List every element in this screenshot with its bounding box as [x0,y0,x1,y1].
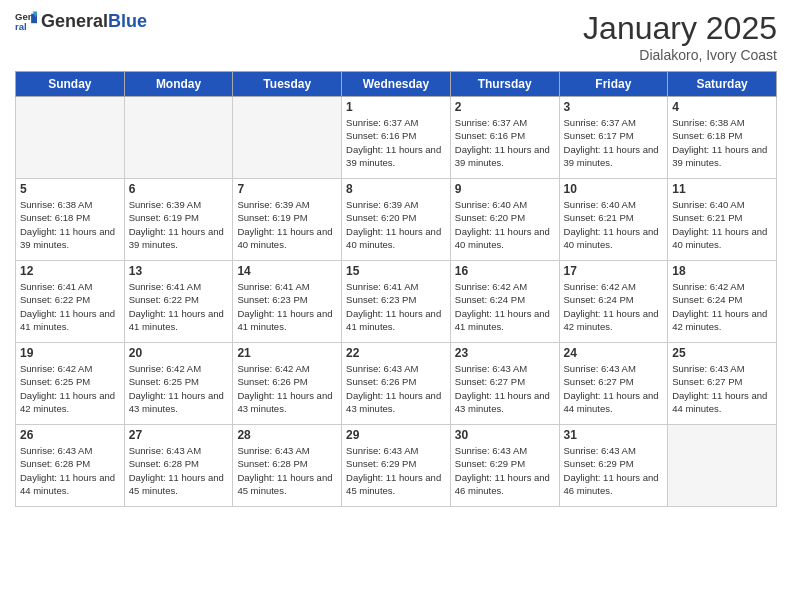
calendar: SundayMondayTuesdayWednesdayThursdayFrid… [15,71,777,507]
calendar-cell: 16Sunrise: 6:42 AM Sunset: 6:24 PM Dayli… [450,261,559,343]
day-info: Sunrise: 6:42 AM Sunset: 6:24 PM Dayligh… [455,280,555,333]
day-number: 16 [455,264,555,278]
day-info: Sunrise: 6:37 AM Sunset: 6:16 PM Dayligh… [346,116,446,169]
day-info: Sunrise: 6:43 AM Sunset: 6:27 PM Dayligh… [455,362,555,415]
calendar-cell: 13Sunrise: 6:41 AM Sunset: 6:22 PM Dayli… [124,261,233,343]
day-of-week-header: Thursday [450,72,559,97]
day-number: 24 [564,346,664,360]
day-info: Sunrise: 6:42 AM Sunset: 6:24 PM Dayligh… [672,280,772,333]
day-number: 6 [129,182,229,196]
day-number: 2 [455,100,555,114]
day-number: 31 [564,428,664,442]
day-info: Sunrise: 6:43 AM Sunset: 6:28 PM Dayligh… [129,444,229,497]
day-number: 13 [129,264,229,278]
day-number: 4 [672,100,772,114]
day-number: 25 [672,346,772,360]
day-info: Sunrise: 6:41 AM Sunset: 6:22 PM Dayligh… [129,280,229,333]
calendar-cell: 1Sunrise: 6:37 AM Sunset: 6:16 PM Daylig… [342,97,451,179]
day-number: 22 [346,346,446,360]
calendar-week-row: 5Sunrise: 6:38 AM Sunset: 6:18 PM Daylig… [16,179,777,261]
calendar-week-row: 26Sunrise: 6:43 AM Sunset: 6:28 PM Dayli… [16,425,777,507]
day-number: 26 [20,428,120,442]
logo-text: GeneralBlue [41,12,147,31]
day-number: 11 [672,182,772,196]
day-of-week-header: Sunday [16,72,125,97]
calendar-header-row: SundayMondayTuesdayWednesdayThursdayFrid… [16,72,777,97]
calendar-cell: 12Sunrise: 6:41 AM Sunset: 6:22 PM Dayli… [16,261,125,343]
day-number: 1 [346,100,446,114]
day-number: 8 [346,182,446,196]
day-of-week-header: Monday [124,72,233,97]
calendar-cell: 14Sunrise: 6:41 AM Sunset: 6:23 PM Dayli… [233,261,342,343]
day-info: Sunrise: 6:40 AM Sunset: 6:21 PM Dayligh… [672,198,772,251]
day-info: Sunrise: 6:37 AM Sunset: 6:16 PM Dayligh… [455,116,555,169]
logo-icon: Gene ral [15,10,37,32]
calendar-cell: 6Sunrise: 6:39 AM Sunset: 6:19 PM Daylig… [124,179,233,261]
calendar-cell: 27Sunrise: 6:43 AM Sunset: 6:28 PM Dayli… [124,425,233,507]
day-info: Sunrise: 6:42 AM Sunset: 6:26 PM Dayligh… [237,362,337,415]
calendar-cell: 10Sunrise: 6:40 AM Sunset: 6:21 PM Dayli… [559,179,668,261]
header: Gene ral GeneralBlue January 2025 Dialak… [15,10,777,63]
calendar-cell: 5Sunrise: 6:38 AM Sunset: 6:18 PM Daylig… [16,179,125,261]
day-number: 10 [564,182,664,196]
calendar-cell: 9Sunrise: 6:40 AM Sunset: 6:20 PM Daylig… [450,179,559,261]
day-info: Sunrise: 6:37 AM Sunset: 6:17 PM Dayligh… [564,116,664,169]
day-info: Sunrise: 6:43 AM Sunset: 6:29 PM Dayligh… [455,444,555,497]
calendar-cell: 4Sunrise: 6:38 AM Sunset: 6:18 PM Daylig… [668,97,777,179]
day-info: Sunrise: 6:39 AM Sunset: 6:19 PM Dayligh… [237,198,337,251]
day-info: Sunrise: 6:39 AM Sunset: 6:19 PM Dayligh… [129,198,229,251]
svg-text:ral: ral [15,21,27,32]
day-number: 14 [237,264,337,278]
calendar-cell: 26Sunrise: 6:43 AM Sunset: 6:28 PM Dayli… [16,425,125,507]
calendar-cell [233,97,342,179]
day-info: Sunrise: 6:40 AM Sunset: 6:21 PM Dayligh… [564,198,664,251]
day-number: 9 [455,182,555,196]
calendar-cell: 31Sunrise: 6:43 AM Sunset: 6:29 PM Dayli… [559,425,668,507]
day-info: Sunrise: 6:41 AM Sunset: 6:23 PM Dayligh… [237,280,337,333]
calendar-cell: 8Sunrise: 6:39 AM Sunset: 6:20 PM Daylig… [342,179,451,261]
day-info: Sunrise: 6:42 AM Sunset: 6:25 PM Dayligh… [20,362,120,415]
calendar-cell: 2Sunrise: 6:37 AM Sunset: 6:16 PM Daylig… [450,97,559,179]
page: Gene ral GeneralBlue January 2025 Dialak… [0,0,792,612]
day-number: 5 [20,182,120,196]
calendar-cell: 3Sunrise: 6:37 AM Sunset: 6:17 PM Daylig… [559,97,668,179]
calendar-cell: 28Sunrise: 6:43 AM Sunset: 6:28 PM Dayli… [233,425,342,507]
day-info: Sunrise: 6:43 AM Sunset: 6:26 PM Dayligh… [346,362,446,415]
month-title: January 2025 [583,10,777,47]
day-of-week-header: Friday [559,72,668,97]
day-number: 20 [129,346,229,360]
day-info: Sunrise: 6:38 AM Sunset: 6:18 PM Dayligh… [20,198,120,251]
calendar-cell: 23Sunrise: 6:43 AM Sunset: 6:27 PM Dayli… [450,343,559,425]
day-number: 19 [20,346,120,360]
calendar-week-row: 12Sunrise: 6:41 AM Sunset: 6:22 PM Dayli… [16,261,777,343]
day-info: Sunrise: 6:39 AM Sunset: 6:20 PM Dayligh… [346,198,446,251]
day-number: 15 [346,264,446,278]
title-block: January 2025 Dialakoro, Ivory Coast [583,10,777,63]
day-info: Sunrise: 6:43 AM Sunset: 6:29 PM Dayligh… [346,444,446,497]
day-number: 30 [455,428,555,442]
calendar-cell [124,97,233,179]
day-number: 29 [346,428,446,442]
day-info: Sunrise: 6:43 AM Sunset: 6:27 PM Dayligh… [672,362,772,415]
day-info: Sunrise: 6:40 AM Sunset: 6:20 PM Dayligh… [455,198,555,251]
day-number: 23 [455,346,555,360]
day-info: Sunrise: 6:41 AM Sunset: 6:22 PM Dayligh… [20,280,120,333]
calendar-cell: 15Sunrise: 6:41 AM Sunset: 6:23 PM Dayli… [342,261,451,343]
day-number: 3 [564,100,664,114]
day-number: 28 [237,428,337,442]
day-number: 21 [237,346,337,360]
calendar-cell: 24Sunrise: 6:43 AM Sunset: 6:27 PM Dayli… [559,343,668,425]
day-number: 12 [20,264,120,278]
day-info: Sunrise: 6:43 AM Sunset: 6:29 PM Dayligh… [564,444,664,497]
calendar-cell: 30Sunrise: 6:43 AM Sunset: 6:29 PM Dayli… [450,425,559,507]
calendar-cell: 19Sunrise: 6:42 AM Sunset: 6:25 PM Dayli… [16,343,125,425]
calendar-cell: 22Sunrise: 6:43 AM Sunset: 6:26 PM Dayli… [342,343,451,425]
day-info: Sunrise: 6:42 AM Sunset: 6:25 PM Dayligh… [129,362,229,415]
day-info: Sunrise: 6:41 AM Sunset: 6:23 PM Dayligh… [346,280,446,333]
calendar-cell: 11Sunrise: 6:40 AM Sunset: 6:21 PM Dayli… [668,179,777,261]
subtitle: Dialakoro, Ivory Coast [583,47,777,63]
day-number: 27 [129,428,229,442]
calendar-week-row: 1Sunrise: 6:37 AM Sunset: 6:16 PM Daylig… [16,97,777,179]
calendar-cell: 17Sunrise: 6:42 AM Sunset: 6:24 PM Dayli… [559,261,668,343]
calendar-cell: 20Sunrise: 6:42 AM Sunset: 6:25 PM Dayli… [124,343,233,425]
